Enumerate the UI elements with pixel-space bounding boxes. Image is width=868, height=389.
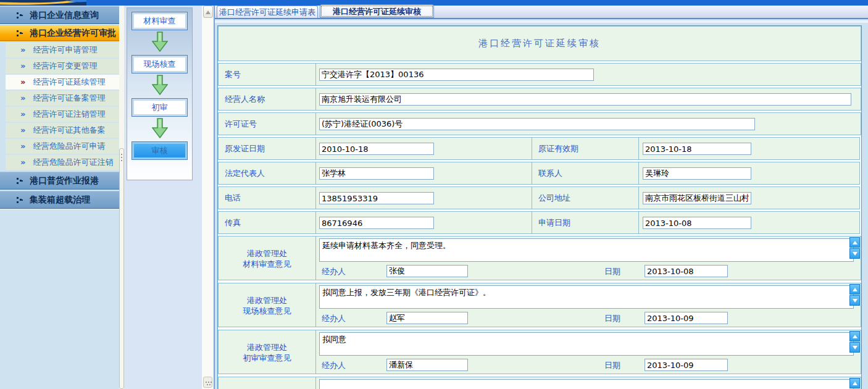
opinion-kind: 现场核查意见 [219, 306, 315, 316]
sidebar-item-label: 经营许可证其他备案 [33, 125, 105, 136]
field-label-license-number: 许可证号 [218, 112, 316, 135]
sidebar-group-cargo-report[interactable]: 港口普货作业报港 [0, 172, 119, 190]
up-arrow-icon [853, 382, 858, 385]
textarea-scroll-buttons [849, 378, 860, 389]
opinion-kind: 初审审查意见 [219, 353, 315, 363]
material-review-opinion-textarea[interactable]: 延续申请材料基本齐全，同意受理。 [319, 238, 854, 262]
sidebar-group-license-approval[interactable]: 港口企业经营许可审批 [0, 25, 119, 41]
sidebar-item-dangerous-goods-apply[interactable]: » 经营危险品许可申请 [6, 139, 119, 154]
workflow-step-label: 材料审查 [144, 15, 176, 27]
material-review-date-input[interactable] [645, 265, 728, 277]
opinion-kind: 材料审查意见 [219, 259, 315, 269]
operator-label: 经办人 [322, 360, 346, 371]
preliminary-review-operator-input[interactable] [386, 359, 468, 371]
scroll-up-icon [206, 10, 211, 14]
opinion-label-site-check: 港政管理处 现场核查意见 [218, 283, 316, 327]
scroll-up-button[interactable] [849, 378, 860, 388]
scroll-down-button[interactable] [849, 248, 860, 259]
sidebar-group-container-overload[interactable]: 集装箱超载治理 [0, 191, 119, 209]
form-title: 港口经营许可证延续审核 [218, 26, 861, 61]
field-label-contact-person: 联系人 [532, 162, 639, 185]
workflow-step-label: 初审 [152, 102, 168, 113]
tab-strip: 港口经营许可证延续申请表 港口经营许可证延续审核 [215, 6, 868, 19]
field-label-issue-date: 原发证日期 [218, 137, 316, 160]
phone-input[interactable] [319, 192, 434, 204]
menu-group-icon [16, 177, 23, 185]
main-scrollbar[interactable] [202, 6, 214, 389]
field-label-legal-representative: 法定代表人 [218, 162, 316, 185]
menu-group-icon [16, 30, 23, 37]
sidebar-item-label: 经营危险品许可申请 [33, 141, 105, 152]
sidebar-submenu: » 经营许可申请管理 » 经营许可变更管理 » 经营许可证延续管理 » 经营许可… [0, 43, 119, 170]
contact-person-input[interactable] [643, 167, 751, 180]
scroll-up-button[interactable] [849, 237, 860, 248]
sidebar-item-license-change[interactable]: » 经营许可变更管理 [6, 59, 119, 73]
site-check-operator-input[interactable] [386, 312, 468, 324]
sidebar-item-license-cancel[interactable]: » 经营许可证注销管理 [6, 107, 119, 122]
scrollbar-grip-icon [206, 382, 207, 383]
scroll-up-button[interactable] [849, 284, 860, 295]
sidebar-item-license-apply[interactable]: » 经营许可申请管理 [6, 43, 119, 57]
tab-renewal-application-form[interactable]: 港口经营许可证延续申请表 [217, 6, 318, 18]
textarea-scroll-buttons [849, 331, 860, 353]
textarea-scroll-buttons [849, 237, 860, 259]
apply-date-input[interactable] [643, 217, 751, 229]
sidebar-item-dangerous-goods-cancel[interactable]: » 经营危险品许可证注销 [6, 155, 119, 170]
scroll-up-button[interactable] [849, 331, 860, 341]
site-check-date-input[interactable] [645, 312, 728, 324]
sidebar-group-label: 集装箱超载治理 [30, 194, 90, 206]
submenu-arrow-icon: » [20, 111, 25, 117]
submenu-arrow-icon: » [20, 79, 25, 85]
up-arrow-icon [853, 288, 858, 291]
sidebar-nav: 港口企业信息查询 港口企业经营许可审批 » 经营许可申请管理 » 经营许可变更管… [0, 6, 119, 389]
port-dev-opinion-textarea[interactable] [319, 379, 854, 389]
tab-renewal-review[interactable]: 港口经营许可证延续审核 [320, 4, 434, 18]
scrollbar-grip-icon [121, 154, 122, 155]
submenu-arrow-icon: » [20, 159, 25, 165]
sidebar-item-license-filing[interactable]: » 经营许可证备案管理 [6, 91, 119, 106]
license-number-input[interactable] [319, 118, 755, 130]
sidebar-item-license-other-filing[interactable]: » 经营许可证其他备案 [6, 123, 119, 138]
sidebar-scrollbar[interactable] [119, 6, 124, 389]
scroll-down-button[interactable] [849, 295, 860, 306]
submenu-arrow-icon: » [20, 47, 25, 53]
workflow-step-site-check[interactable]: 现场核查 [131, 55, 188, 73]
scrollbar-bottom-handle[interactable] [203, 377, 212, 388]
scroll-down-button[interactable] [849, 342, 860, 353]
up-arrow-icon [853, 335, 858, 338]
operator-label: 经办人 [322, 313, 346, 324]
workflow-frame: 材料审查 现场核查 初审 审核 [124, 6, 202, 389]
main-content-frame: 港口经营许可证延续申请表 港口经营许可证延续审核 港口经营许可证延续审核 案号 … [215, 6, 868, 389]
preliminary-review-date-input[interactable] [645, 359, 728, 371]
site-check-opinion-textarea[interactable]: 拟同意上报，发放三年期《港口经营许可证》。 [319, 285, 854, 309]
flow-down-arrow-icon [152, 75, 168, 96]
opinion-dept: 港政管理处 [219, 295, 315, 306]
legal-representative-input[interactable] [319, 167, 434, 180]
material-review-operator-input[interactable] [386, 265, 468, 277]
company-address-input[interactable] [643, 192, 751, 204]
operator-label: 经办人 [322, 266, 346, 277]
preliminary-review-opinion-textarea[interactable]: 拟同意 [319, 332, 854, 356]
date-label: 日期 [604, 313, 620, 324]
sidebar-item-license-renewal[interactable]: » 经营许可证延续管理 [6, 75, 119, 90]
up-arrow-icon [853, 241, 858, 245]
workflow-step-label: 现场核查 [144, 59, 176, 70]
issue-date-input[interactable] [319, 143, 434, 155]
menu-group-icon [16, 12, 23, 19]
workflow-step-preliminary-review[interactable]: 初审 [131, 98, 188, 117]
opinion-dept: 港政管理处 [219, 342, 315, 353]
case-number-input[interactable] [319, 69, 594, 81]
valid-until-input[interactable] [643, 143, 751, 155]
field-label-operator-name: 经营人名称 [218, 88, 316, 111]
operator-name-input[interactable] [319, 93, 851, 106]
menu-group-icon [16, 196, 23, 204]
workflow-step-final-review[interactable]: 审核 [131, 141, 188, 160]
sidebar-scrollbar-thumb[interactable] [119, 148, 124, 389]
fax-input[interactable] [319, 217, 434, 229]
opinion-label-material-review: 港政管理处 材料审查意见 [218, 236, 316, 280]
workflow-step-material-review[interactable]: 材料审查 [131, 12, 188, 30]
sidebar-group-port-enterprise-info[interactable]: 港口企业信息查询 [0, 6, 119, 24]
down-arrow-icon [853, 299, 858, 303]
scroll-up-button[interactable] [203, 6, 213, 18]
date-label: 日期 [604, 360, 620, 371]
